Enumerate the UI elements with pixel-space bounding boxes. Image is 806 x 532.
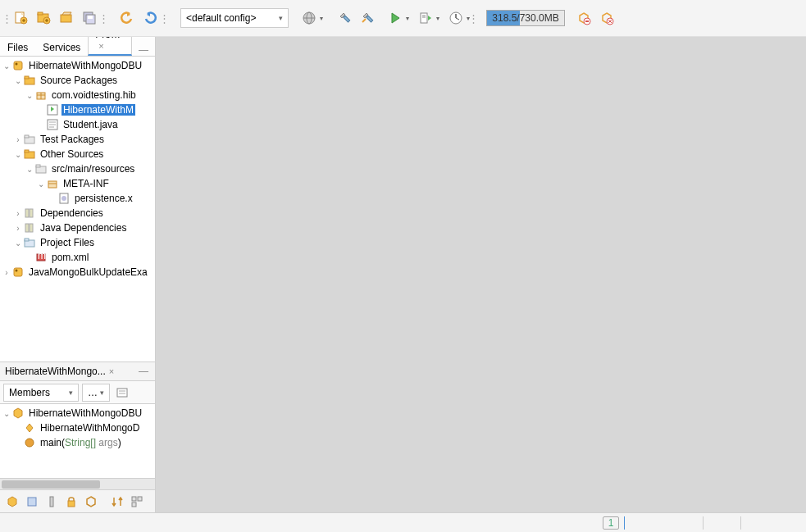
tree-folder-dependencies[interactable]: › Dependencies <box>0 206 155 221</box>
expander-icon[interactable]: › <box>13 209 23 218</box>
filter-static-button[interactable] <box>43 493 61 511</box>
pause-gc-button[interactable] <box>573 7 594 29</box>
expander-icon[interactable]: ⌄ <box>25 91 34 100</box>
svg-rect-14 <box>421 13 427 23</box>
run-config-select[interactable]: <default config> ▾ <box>180 8 289 28</box>
tree-java-class[interactable]: Student.java <box>0 117 155 132</box>
expander-icon[interactable]: ⌄ <box>13 150 23 159</box>
tree-java-class[interactable]: HibernateWithM <box>0 102 155 117</box>
new-file-button[interactable] <box>10 7 31 29</box>
tree-xml-file[interactable]: persistence.x <box>0 191 155 206</box>
tree-folder-project-files[interactable]: ⌄ Project Files <box>0 235 155 250</box>
minimize-icon[interactable]: — <box>132 44 155 56</box>
tree-folder-meta-inf[interactable]: ⌄ META-INF <box>0 176 155 191</box>
tree-folder-source-packages[interactable]: ⌄ Source Packages <box>0 73 155 88</box>
nav-class[interactable]: ⌄ HibernateWithMongoDBU <box>0 406 155 421</box>
filter-inherited2-button[interactable] <box>82 493 100 511</box>
build-button[interactable] <box>335 7 356 29</box>
nav-constructor[interactable]: HibernateWithMongoD <box>0 421 155 435</box>
debug-button[interactable] <box>415 7 436 29</box>
notifications-indicator[interactable]: 1 <box>603 516 619 530</box>
svg-point-25 <box>16 63 18 66</box>
tree-project[interactable]: › JavaMongoBulkUpdateExa <box>0 265 155 280</box>
tree-folder-java-dependencies[interactable]: › Java Dependencies <box>0 221 155 235</box>
browser-button[interactable] <box>298 7 320 29</box>
run-button[interactable] <box>385 7 406 29</box>
svg-rect-12 <box>344 16 350 22</box>
scrollbar-thumb[interactable] <box>2 480 100 489</box>
close-icon[interactable]: × <box>109 366 114 376</box>
memory-text: 318.5/730.0MB <box>492 12 558 24</box>
project-tree[interactable]: ⌄ HibernateWithMongoDBU ⌄ Source Package… <box>0 57 155 361</box>
maven-icon: m <box>34 251 48 264</box>
navigator-filter-bar <box>0 489 155 512</box>
svg-rect-55 <box>117 389 127 397</box>
navigator-tab[interactable]: HibernateWithMongo... × <box>0 363 119 380</box>
memory-indicator[interactable]: 318.5/730.0MB <box>486 10 565 26</box>
minimize-icon[interactable]: — <box>132 366 155 377</box>
navigator-tree[interactable]: ⌄ HibernateWithMongoDBU HibernateWithMon… <box>0 404 155 478</box>
svg-rect-41 <box>36 165 40 167</box>
method-icon <box>23 436 36 449</box>
tab-files[interactable]: Files <box>0 39 35 56</box>
view-select[interactable]: …▾ <box>82 384 110 402</box>
dropdown-arrow[interactable]: ▾ <box>320 15 323 22</box>
svg-rect-3 <box>38 12 43 15</box>
nav-method[interactable]: main(String[] args) <box>0 435 155 450</box>
config-label: <default config> <box>186 12 256 24</box>
svg-rect-60 <box>50 497 53 507</box>
filter-fields-button[interactable] <box>23 493 41 511</box>
tree-folder-resources[interactable]: ⌄ src/main/resources <box>0 161 155 176</box>
tree-project[interactable]: ⌄ HibernateWithMongoDBU <box>0 58 155 73</box>
libraries-icon <box>23 221 36 234</box>
undo-button[interactable] <box>116 7 138 29</box>
tree-folder-other-sources[interactable]: ⌄ Other Sources <box>0 147 155 161</box>
tree-pom-file[interactable]: m pom.xml <box>0 250 155 265</box>
svg-rect-5 <box>61 15 71 22</box>
save-all-button[interactable] <box>79 7 100 29</box>
expander-icon[interactable]: ⌄ <box>13 239 23 248</box>
expander-icon[interactable]: ⌄ <box>36 180 46 189</box>
nav-history-button[interactable] <box>113 384 131 402</box>
clean-build-button[interactable] <box>357 7 379 29</box>
project-icon <box>11 59 25 72</box>
open-project-button[interactable] <box>56 7 77 29</box>
svg-point-54 <box>16 270 18 272</box>
dropdown-arrow[interactable]: ▾ <box>436 15 439 22</box>
group-button[interactable] <box>128 493 146 511</box>
svg-rect-8 <box>88 16 93 19</box>
java-class-icon <box>46 118 59 131</box>
tab-projects[interactable]: Pro…× <box>88 37 132 56</box>
svg-rect-46 <box>25 209 29 217</box>
filter-inherited-button[interactable] <box>3 493 21 511</box>
svg-rect-27 <box>25 76 29 79</box>
new-project-button[interactable] <box>33 7 54 29</box>
svg-point-45 <box>61 196 66 201</box>
tree-package[interactable]: ⌄ com.voidtesting.hib <box>0 88 155 102</box>
toolbar-separator <box>162 9 166 27</box>
profile-button[interactable] <box>445 7 467 29</box>
project-icon <box>11 266 25 279</box>
status-cell <box>740 516 773 530</box>
stop-gc-button[interactable] <box>596 7 617 29</box>
expander-icon[interactable]: ⌄ <box>13 76 23 85</box>
redo-button[interactable] <box>139 7 161 29</box>
scrollbar[interactable] <box>0 478 155 489</box>
dropdown-arrow[interactable]: ▾ <box>406 15 409 22</box>
members-select[interactable]: Members▾ <box>3 384 79 402</box>
tree-folder-test-packages[interactable]: › Test Packages <box>0 132 155 147</box>
expander-icon[interactable]: › <box>13 224 23 233</box>
expander-icon[interactable]: › <box>13 135 23 144</box>
main-toolbar: <default config> ▾ ▾ ▾ ▾ ▾ 318.5/730.0MB <box>0 0 806 37</box>
package-icon <box>34 89 48 102</box>
tab-services[interactable]: Services <box>35 39 88 56</box>
sort-button[interactable] <box>108 493 126 511</box>
filter-nonpublic-button[interactable] <box>62 493 80 511</box>
svg-rect-39 <box>25 150 29 152</box>
expander-icon[interactable]: › <box>2 268 11 277</box>
expander-icon[interactable]: ⌄ <box>2 61 11 70</box>
close-icon[interactable]: × <box>98 41 103 51</box>
expander-icon[interactable]: ⌄ <box>25 165 34 174</box>
svg-rect-62 <box>132 497 136 501</box>
expander-icon[interactable]: ⌄ <box>2 409 11 418</box>
